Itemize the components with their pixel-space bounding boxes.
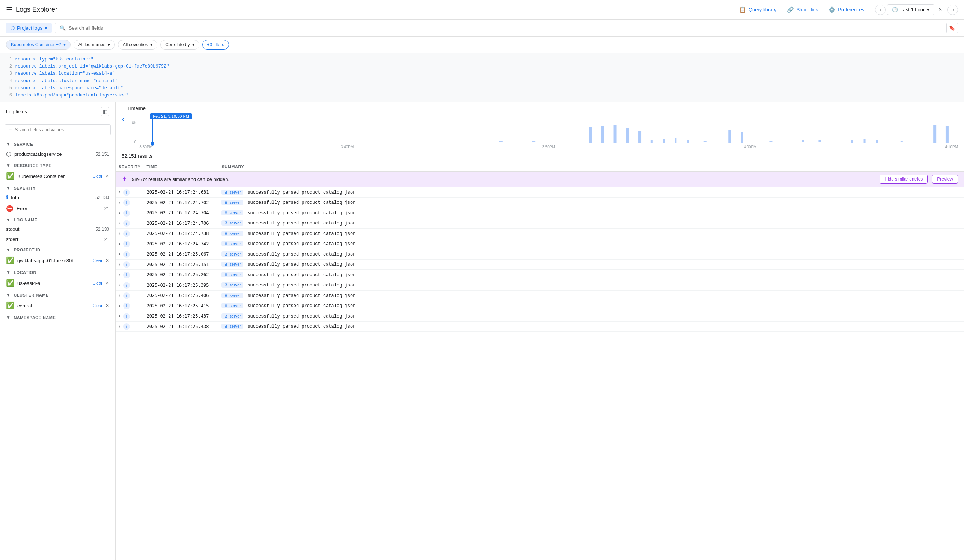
expand-icon[interactable]: › [119,210,120,215]
location-section-header[interactable]: ▼ LOCATION [0,267,115,277]
nav-back-button[interactable]: ‹ [875,5,886,15]
list-item[interactable]: stdout 52,130 [0,224,115,234]
log-table-header: SEVERITY TIME SUMMARY [116,162,964,171]
filter-bar: Kubernetes Container +2 ▾ All log names … [0,37,964,53]
nav-forward-button[interactable]: → [948,5,958,15]
expand-icon[interactable]: › [119,303,120,309]
table-row[interactable]: › i 2025-02-21 16:17:24.742 🖥 server suc… [116,239,964,249]
query-line-2: 2 resource.labels.project_id="qwiklabs-g… [6,63,958,70]
severity-indicator: i [123,303,130,309]
list-item[interactable]: ⛔ Error 21 [0,203,115,214]
preferences-button[interactable]: ⚙️ Preferences [824,4,869,15]
table-row[interactable]: › i 2025-02-21 16:17:25.437 🖥 server suc… [116,311,964,322]
time-cell: 2025-02-21 16:17:25.395 [143,280,218,290]
log-name-section-header[interactable]: ▼ LOG NAME [0,214,115,224]
location-remove-icon[interactable]: ✕ [106,280,109,286]
list-item[interactable]: ✅ central Clear ✕ [0,299,115,312]
log-name-chevron-icon: ▼ [6,217,10,223]
expand-icon[interactable]: › [119,313,120,319]
list-item[interactable]: stderr 21 [0,234,115,244]
similar-entries-banner-row: ✦ 98% of results are similar and can be … [116,171,964,187]
project-selector-button[interactable]: ⬡ Project logs ▾ [6,23,52,33]
expand-icon[interactable]: › [119,220,120,226]
more-filters-chip[interactable]: +3 filters [202,40,230,50]
search-fields-input[interactable] [15,127,107,132]
expand-icon[interactable]: › [119,199,120,205]
table-row[interactable]: › i 2025-02-21 16:17:25.406 🖥 server suc… [116,290,964,301]
resource-type-remove-icon[interactable]: ✕ [106,173,109,179]
collapse-sidebar-button[interactable]: ◧ [101,107,109,116]
table-row[interactable]: › i 2025-02-21 16:17:24.704 🖥 server suc… [116,208,964,218]
table-row[interactable]: › i 2025-02-21 16:17:25.438 🖥 server suc… [116,321,964,332]
preview-button[interactable]: Preview [932,174,958,184]
resource-type-section-label: RESOURCE TYPE [13,163,51,168]
cluster-name-clear-button[interactable]: Clear [93,303,103,308]
expand-icon[interactable]: › [119,251,120,257]
bookmark-button[interactable]: 🔖 [946,23,958,33]
sidebar-header: Log fields ◧ [0,103,115,121]
expand-icon[interactable]: › [119,241,120,247]
table-row[interactable]: › i 2025-02-21 16:17:24.631 🖥 server suc… [116,187,964,198]
search-input[interactable] [69,25,938,31]
timeline-back-button[interactable]: ‹ [122,114,124,124]
namespace-name-chevron-icon: ▼ [6,315,10,320]
expand-icon[interactable]: › [119,271,120,277]
table-row[interactable]: › i 2025-02-21 16:17:25.415 🖥 server suc… [116,301,964,311]
cluster-name-section-header[interactable]: ▼ CLUSTER NAME [0,290,115,299]
svg-rect-22 [900,141,903,142]
severity-section-header[interactable]: ▼ SEVERITY [0,182,115,192]
server-tag: 🖥 server [221,324,243,329]
expand-icon[interactable]: › [119,282,120,288]
severity-indicator: i [123,210,130,217]
severity-cell: › i [116,280,143,290]
table-row[interactable]: › i 2025-02-21 16:17:25.151 🖥 server suc… [116,259,964,270]
table-row[interactable]: › i 2025-02-21 16:17:24.706 🖥 server suc… [116,218,964,229]
list-item[interactable]: ⬡ productcatalogservice 52,151 [0,148,115,160]
list-item[interactable]: ℹ Info 52,130 [0,192,115,203]
correlate-filter-chip[interactable]: Correlate by ▾ [160,40,199,50]
log-summary-text: successfully parsed product catalog json [248,314,355,319]
svg-rect-11 [852,140,853,143]
severity-cell: › i [116,311,143,322]
table-row[interactable]: › i 2025-02-21 16:17:24.702 🖥 server suc… [116,197,964,208]
log-names-filter-chip[interactable]: All log names ▾ [73,40,115,50]
time-cell: 2025-02-21 16:17:24.738 [143,229,218,239]
expand-icon[interactable]: › [119,292,120,298]
time-range-button[interactable]: 🕐 Last 1 hour ▾ [887,4,934,15]
svg-rect-9 [729,130,731,143]
server-tag: 🖥 server [221,220,243,226]
service-section-header[interactable]: ▼ SERVICE [0,138,115,148]
namespace-name-section-header[interactable]: ▼ NAMESPACE NAME [0,312,115,322]
cluster-name-remove-icon[interactable]: ✕ [106,303,109,308]
share-link-button[interactable]: 🔗 Share link [782,4,822,15]
query-line-3: 3 resource.labels.location="us-east4-a" [6,70,958,77]
project-id-remove-icon[interactable]: ✕ [106,258,109,263]
error-severity-count: 21 [104,206,109,211]
severity-indicator: i [123,261,130,268]
summary-cell: 🖥 server successfully parsed product cat… [218,187,964,198]
clear-group: Clear ✕ [93,258,109,263]
search-icon: 🔍 [60,25,66,31]
severities-filter-chip[interactable]: All severities ▾ [118,40,157,50]
expand-icon[interactable]: › [119,261,120,267]
expand-icon[interactable]: › [119,230,120,236]
resource-filter-chip[interactable]: Kubernetes Container +2 ▾ [6,40,70,50]
project-id-section-header[interactable]: ▼ PROJECT ID [0,244,115,254]
timeline-inner: ‹ Timeline Feb 21, 3:19:30 PM 6K 0 [122,106,958,150]
hide-similar-entries-button[interactable]: Hide similar entries [879,174,928,184]
table-row[interactable]: › i 2025-02-21 16:17:25.262 🖥 server suc… [116,270,964,280]
location-clear-button[interactable]: Clear [93,281,103,285]
list-item[interactable]: ✅ us-east4-a Clear ✕ [0,277,115,290]
query-library-button[interactable]: 📋 Query library [734,4,781,15]
resource-type-clear-button[interactable]: Clear [93,174,103,178]
list-item[interactable]: ✅ qwiklabs-gcp-01-fae7e80b... Clear ✕ [0,254,115,267]
expand-icon[interactable]: › [119,323,120,329]
table-row[interactable]: › i 2025-02-21 16:17:25.395 🖥 server suc… [116,280,964,290]
resource-type-section-header[interactable]: ▼ RESOURCE TYPE [0,160,115,170]
list-item[interactable]: ✅ Kubernetes Container Clear ✕ [0,170,115,182]
expand-icon[interactable]: › [119,189,120,195]
project-id-clear-button[interactable]: Clear [93,258,103,263]
svg-rect-3 [626,128,629,143]
table-row[interactable]: › i 2025-02-21 16:17:24.738 🖥 server suc… [116,229,964,239]
table-row[interactable]: › i 2025-02-21 16:17:25.067 🖥 server suc… [116,249,964,260]
